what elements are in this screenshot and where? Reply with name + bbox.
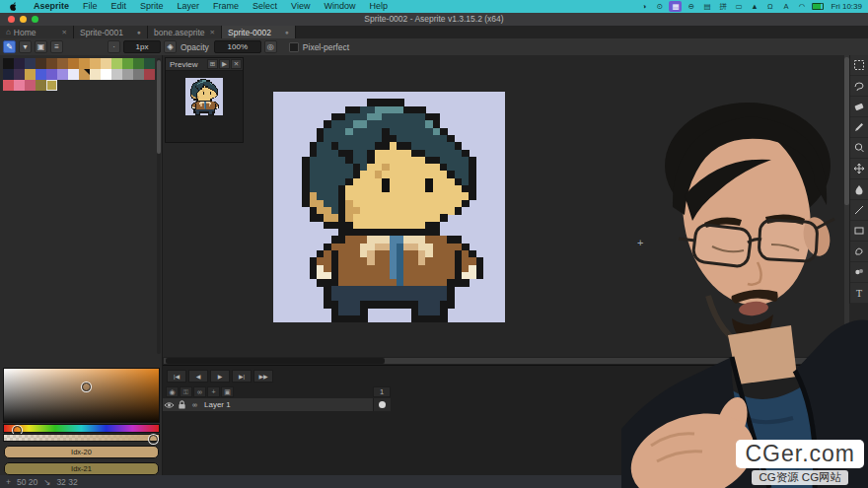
dynamics-button[interactable]: ◎ xyxy=(264,40,277,53)
tab-sprite-0002[interactable]: Sprite-0002● xyxy=(222,26,296,38)
menu-view[interactable]: View xyxy=(284,1,317,11)
layer-link-icon[interactable]: ∞ xyxy=(188,401,201,408)
menu-clock[interactable]: Fri 10:39 xyxy=(831,2,862,11)
palette-options-button[interactable]: ≡ xyxy=(50,40,63,53)
brush-type-button[interactable]: · xyxy=(108,40,120,53)
close-tab-icon[interactable]: ✕ xyxy=(210,29,215,36)
rectangular-marquee-tool[interactable] xyxy=(850,55,868,76)
modified-dot-icon[interactable]: ● xyxy=(137,29,141,35)
layer-lock-icon[interactable] xyxy=(176,400,188,409)
sort-palette-button[interactable]: ▾ xyxy=(19,40,32,53)
brush-size-field[interactable]: 1px xyxy=(123,40,161,53)
layer-name[interactable]: Layer 1 xyxy=(201,400,373,409)
layer-row[interactable]: ∞ Layer 1 xyxy=(163,398,391,411)
do-not-disturb-icon[interactable]: ⊖ xyxy=(685,1,697,12)
alpha-marker[interactable] xyxy=(149,435,158,444)
palette-swatch[interactable] xyxy=(90,58,101,69)
menu-sprite[interactable]: Sprite xyxy=(133,1,171,11)
palette-swatch[interactable] xyxy=(133,69,144,80)
dictionary-icon[interactable]: ▤ xyxy=(700,1,713,12)
palette-swatch[interactable] xyxy=(46,58,57,69)
horizontal-scroll-thumb[interactable] xyxy=(166,358,385,364)
menu-window[interactable]: Window xyxy=(317,1,362,11)
preview-play-button[interactable]: ▶ xyxy=(219,59,230,69)
palette-swatch[interactable] xyxy=(3,58,14,69)
frame-1-header[interactable]: 1 xyxy=(373,386,391,397)
play-button[interactable]: ▶ xyxy=(210,370,230,383)
close-tab-icon[interactable]: ✕ xyxy=(62,29,67,36)
apple-menu-icon[interactable] xyxy=(9,2,17,12)
palette-swatch[interactable] xyxy=(144,69,155,80)
eye-icon[interactable]: ◉ xyxy=(166,386,179,397)
ime-pinyin-icon[interactable]: 拼 xyxy=(716,1,729,12)
cel-frame-1[interactable] xyxy=(373,398,391,411)
wifi-icon[interactable]: ◠ xyxy=(795,1,808,12)
battery-icon[interactable] xyxy=(811,1,824,12)
tab-sprite-0001[interactable]: Sprite-0001● xyxy=(74,26,148,38)
shield-icon[interactable]: ◑ xyxy=(637,1,650,12)
palette-swatch[interactable] xyxy=(36,69,46,80)
palette-swatch[interactable] xyxy=(3,69,14,80)
pixel-perfect-checkbox[interactable] xyxy=(289,42,299,52)
preview-close-button[interactable]: ✕ xyxy=(231,59,242,69)
palette-swatch[interactable] xyxy=(57,69,68,80)
palette-swatch[interactable] xyxy=(133,58,144,69)
lock-icon[interactable]: ⚿ xyxy=(180,386,192,397)
tab-bone.aseprite[interactable]: bone.aseprite✕ xyxy=(148,26,222,38)
edit-palette-button[interactable]: ✎ xyxy=(3,40,16,53)
saturation-value-box[interactable] xyxy=(3,368,160,423)
palette-swatch[interactable] xyxy=(14,69,25,80)
link-icon[interactable]: ∞ xyxy=(193,386,206,397)
input-source-icon[interactable]: A xyxy=(779,1,792,12)
keyboard-icon[interactable]: ▦ xyxy=(669,1,682,12)
palette-swatch[interactable] xyxy=(46,69,57,80)
palette-swatch[interactable] xyxy=(25,80,36,91)
palette-swatch[interactable] xyxy=(3,80,14,91)
palette-swatch[interactable] xyxy=(14,58,25,69)
sidecar-icon[interactable]: ⊙ xyxy=(653,1,666,12)
menu-help[interactable]: Help xyxy=(362,1,395,11)
last-frame-button[interactable]: ▶▶ xyxy=(253,370,273,383)
next-frame-button[interactable]: ▶| xyxy=(232,370,252,383)
palette-swatch[interactable] xyxy=(111,69,122,80)
ink-type-button[interactable]: ◈ xyxy=(164,40,177,53)
expand-icon[interactable]: + xyxy=(207,386,220,397)
palette-swatch[interactable] xyxy=(79,69,90,80)
sprite-canvas[interactable] xyxy=(273,92,505,322)
sv-marker[interactable] xyxy=(82,383,91,391)
menu-layer[interactable]: Layer xyxy=(171,1,207,11)
palette-swatch[interactable] xyxy=(68,58,79,69)
palette-scrollbar[interactable] xyxy=(157,58,161,354)
palette-swatch[interactable] xyxy=(79,58,90,69)
alpha-slider[interactable] xyxy=(3,434,160,442)
palette-swatch[interactable] xyxy=(57,58,68,69)
first-frame-button[interactable]: |◀ xyxy=(167,370,186,383)
palette-swatch[interactable] xyxy=(36,80,46,91)
palette-swatch[interactable] xyxy=(111,58,122,69)
hue-slider[interactable] xyxy=(3,424,160,433)
menu-edit[interactable]: Edit xyxy=(105,1,134,11)
modified-dot-icon[interactable]: ● xyxy=(285,29,289,35)
menu-frame[interactable]: Frame xyxy=(206,1,246,11)
palette-swatch[interactable] xyxy=(46,80,57,91)
palette-swatch[interactable] xyxy=(68,69,79,80)
tab-home[interactable]: ⌂Home✕ xyxy=(0,26,74,38)
foreground-color-button[interactable]: Idx-20 xyxy=(4,446,159,458)
palette-swatch[interactable] xyxy=(144,58,155,69)
prev-frame-button[interactable]: ◀ xyxy=(188,370,208,383)
palette-swatch[interactable] xyxy=(14,80,25,91)
eject-icon[interactable]: ▲ xyxy=(748,1,760,12)
opacity-field[interactable]: 100% xyxy=(214,40,261,53)
palette-swatch[interactable] xyxy=(122,69,133,80)
background-color-button[interactable]: Idx-21 xyxy=(4,462,159,475)
palette-swatch[interactable] xyxy=(122,58,133,69)
headset-icon[interactable]: Ω xyxy=(763,1,776,12)
menu-aseprite[interactable]: Aseprite xyxy=(27,1,76,11)
palette-swatch[interactable] xyxy=(25,58,36,69)
preview-center-button[interactable]: ⊞ xyxy=(207,59,218,69)
menu-file[interactable]: File xyxy=(76,1,105,11)
layer-visibility-icon[interactable] xyxy=(163,401,176,409)
palette-swatch[interactable] xyxy=(101,69,111,80)
palette-swatch[interactable] xyxy=(25,69,36,80)
palette-swatch[interactable] xyxy=(90,69,101,80)
